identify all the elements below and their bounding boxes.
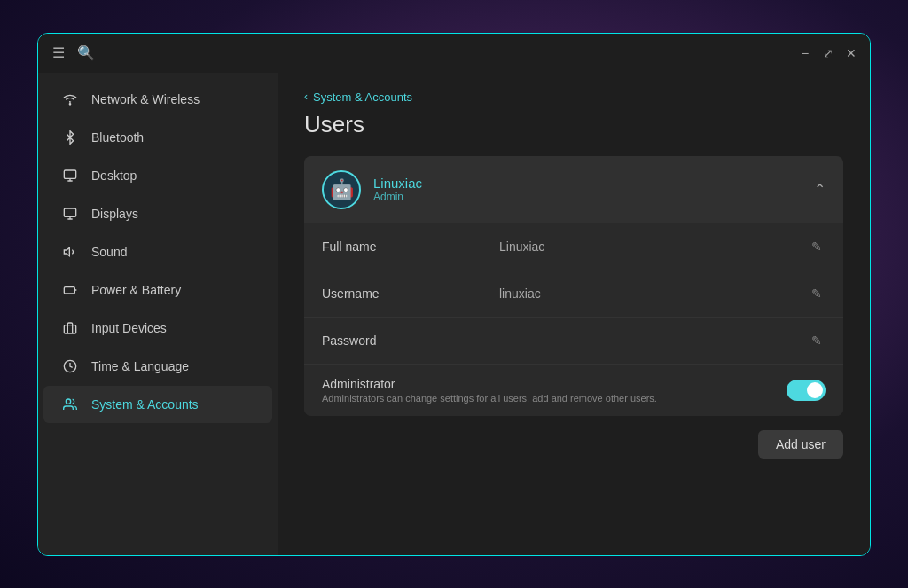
collapse-icon: ⌃ — [814, 181, 826, 198]
sidebar-item-label-sound: Sound — [91, 245, 127, 259]
system-accounts-icon — [61, 396, 79, 413]
titlebar: ☰ 🔍 − ⤢ ✕ — [38, 34, 870, 73]
sidebar-item-system-accounts[interactable]: System & Accounts — [43, 386, 272, 423]
time-language-icon — [61, 357, 79, 375]
svg-point-12 — [66, 399, 70, 404]
sidebar-item-label-desktop: Desktop — [91, 169, 137, 183]
content: Network & WirelessBluetoothDesktopDispla… — [38, 73, 870, 555]
password-label: Password — [322, 333, 499, 348]
titlebar-icons: ☰ 🔍 — [52, 44, 95, 61]
sidebar: Network & WirelessBluetoothDesktopDispla… — [38, 73, 278, 555]
username-label: Username — [322, 286, 499, 301]
sidebar-item-network-wireless[interactable]: Network & Wireless — [43, 81, 272, 118]
sidebar-item-input-devices[interactable]: Input Devices — [43, 310, 272, 347]
svg-rect-10 — [64, 325, 75, 333]
user-header[interactable]: 🤖 Linuxiac Admin ⌃ — [304, 156, 843, 223]
input-devices-icon — [61, 319, 79, 337]
password-row: Password ✎ — [304, 318, 843, 365]
username-row: Username linuxiac ✎ — [304, 270, 843, 318]
user-card: 🤖 Linuxiac Admin ⌃ Full name Linuxiac ✎ … — [304, 156, 843, 416]
sidebar-item-label-input-devices: Input Devices — [91, 321, 167, 335]
username-value: linuxiac — [499, 286, 808, 301]
password-edit-icon[interactable]: ✎ — [808, 330, 826, 351]
add-user-row: Add user — [304, 430, 843, 459]
main-content: ‹ System & Accounts Users 🤖 Linuxiac Adm… — [278, 73, 870, 555]
bluetooth-icon — [61, 129, 79, 146]
user-role: Admin — [373, 191, 814, 203]
fullname-value: Linuxiac — [499, 239, 808, 254]
power-battery-icon — [61, 281, 79, 299]
svg-rect-8 — [64, 286, 74, 293]
user-info: Linuxiac Admin — [373, 176, 814, 203]
sidebar-item-power-battery[interactable]: Power & Battery — [43, 271, 272, 309]
avatar: 🤖 — [322, 170, 361, 209]
settings-icon: ☰ — [52, 44, 65, 61]
settings-window: ☰ 🔍 − ⤢ ✕ Network & WirelessBluetoothDes… — [37, 33, 871, 556]
sidebar-item-label-network-wireless: Network & Wireless — [91, 92, 200, 106]
close-button[interactable]: ✕ — [843, 45, 859, 61]
breadcrumb[interactable]: ‹ System & Accounts — [304, 90, 843, 104]
sound-icon — [61, 243, 79, 261]
svg-rect-4 — [64, 208, 75, 216]
sidebar-item-label-time-language: Time & Language — [91, 359, 189, 373]
administrator-toggle[interactable] — [787, 380, 826, 401]
user-fields: Full name Linuxiac ✎ Username linuxiac ✎… — [304, 223, 843, 416]
displays-icon — [61, 205, 79, 223]
sidebar-item-label-power-battery: Power & Battery — [91, 283, 181, 297]
svg-rect-1 — [64, 170, 75, 178]
desktop-icon — [61, 167, 79, 184]
svg-marker-7 — [64, 247, 69, 255]
page-title: Users — [304, 111, 843, 138]
fullname-label: Full name — [322, 239, 499, 254]
admin-title: Administrator — [322, 377, 787, 391]
sidebar-item-desktop[interactable]: Desktop — [43, 157, 272, 194]
sidebar-item-time-language[interactable]: Time & Language — [43, 348, 272, 385]
maximize-button[interactable]: ⤢ — [820, 45, 836, 61]
sidebar-item-bluetooth[interactable]: Bluetooth — [43, 119, 272, 156]
sidebar-item-sound[interactable]: Sound — [43, 233, 272, 270]
administrator-row: Administrator Administrators can change … — [304, 365, 843, 416]
sidebar-item-displays[interactable]: Displays — [43, 195, 272, 232]
network-wireless-icon — [61, 90, 79, 108]
svg-point-0 — [69, 103, 70, 104]
sidebar-item-label-system-accounts: System & Accounts — [91, 397, 199, 412]
sidebar-item-label-displays: Displays — [91, 207, 138, 221]
admin-description: Administrators can change settings for a… — [322, 393, 787, 404]
breadcrumb-label: System & Accounts — [313, 90, 412, 104]
minimize-button[interactable]: − — [797, 45, 813, 61]
fullname-row: Full name Linuxiac ✎ — [304, 223, 843, 270]
titlebar-controls: − ⤢ ✕ — [797, 45, 859, 61]
user-name: Linuxiac — [373, 176, 814, 191]
search-icon[interactable]: 🔍 — [77, 44, 95, 61]
sidebar-item-label-bluetooth: Bluetooth — [91, 130, 144, 145]
add-user-button[interactable]: Add user — [758, 430, 843, 459]
fullname-edit-icon[interactable]: ✎ — [808, 236, 826, 257]
admin-text: Administrator Administrators can change … — [322, 377, 787, 404]
breadcrumb-chevron-icon: ‹ — [304, 90, 308, 103]
username-edit-icon[interactable]: ✎ — [808, 283, 826, 304]
